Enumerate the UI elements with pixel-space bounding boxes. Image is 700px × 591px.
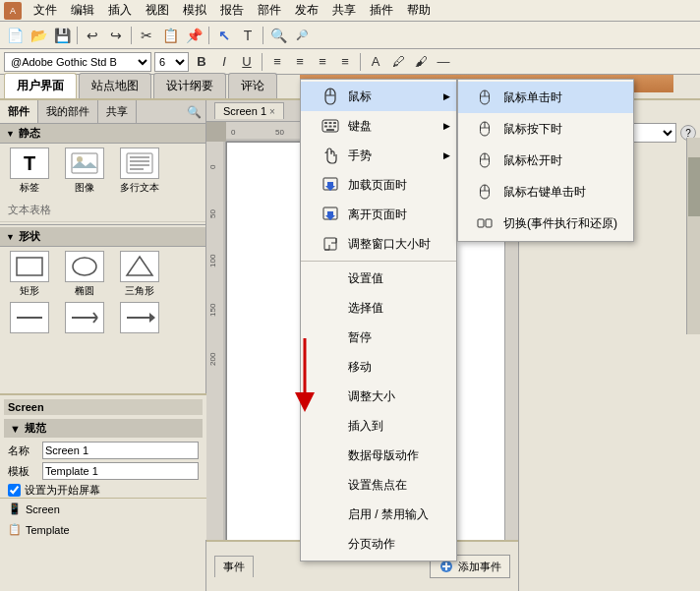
open-btn[interactable]: 📂 xyxy=(28,25,49,46)
widget-image[interactable]: 图像 xyxy=(59,148,110,195)
pause-icon xyxy=(321,327,340,347)
menu-report[interactable]: 报告 xyxy=(214,0,250,21)
ctx-load[interactable]: 加载页面时 xyxy=(301,170,456,200)
template-input[interactable] xyxy=(42,462,199,480)
align-left[interactable]: ≡ xyxy=(267,52,287,72)
sub-rightclick[interactable]: 鼠标右键单击时 xyxy=(458,176,633,207)
comp-tab-my[interactable]: 我的部件 xyxy=(38,100,98,123)
start-screen-checkbox[interactable] xyxy=(8,484,21,497)
new-btn[interactable]: 📄 xyxy=(4,25,26,46)
ctx-move[interactable]: 移动 xyxy=(301,352,456,382)
ctx-insertinto[interactable]: 插入到 xyxy=(301,411,456,441)
zoom-out[interactable]: 🔎 xyxy=(291,25,313,46)
svg-point-8 xyxy=(73,258,96,275)
static-section-header[interactable]: ▼ 静态 xyxy=(0,124,205,144)
menu-simulate[interactable]: 模拟 xyxy=(177,0,212,21)
comp-tab-share[interactable]: 共享 xyxy=(98,100,137,123)
tab-ui[interactable]: 用户界面 xyxy=(4,73,77,98)
tab-comment[interactable]: 评论 xyxy=(228,73,277,98)
menu-view[interactable]: 视图 xyxy=(140,0,175,21)
ctx-resize[interactable]: 调整窗口大小时 xyxy=(301,229,456,259)
font-name-select[interactable]: @Adobe Gothic Std B xyxy=(4,52,151,72)
scrollbar-thumb[interactable] xyxy=(688,157,700,216)
shapes-section-header[interactable]: ▼ 形状 xyxy=(0,227,205,247)
copy-btn[interactable]: 📋 xyxy=(159,25,181,46)
shape-triangle[interactable]: 三角形 xyxy=(114,251,165,298)
ctx-datamaster[interactable]: 数据母版动作 xyxy=(301,441,456,470)
red-arrow-indicator xyxy=(290,338,320,420)
cut-btn[interactable]: ✂ xyxy=(136,25,157,46)
align-right[interactable]: ≡ xyxy=(313,52,332,72)
static-collapse-arrow: ▼ xyxy=(6,129,15,139)
comp-tab-parts[interactable]: 部件 xyxy=(0,100,38,123)
sub-mouseup[interactable]: 鼠标松开时 xyxy=(458,145,633,176)
ctx-enabledisable[interactable]: 启用 / 禁用输入 xyxy=(301,500,456,529)
menu-plugin[interactable]: 插件 xyxy=(364,0,399,21)
ctx-adjustsize[interactable]: 调整大小 xyxy=(301,382,456,411)
menu-file[interactable]: 文件 xyxy=(28,0,63,21)
text-modify-item[interactable]: 文本表格 xyxy=(0,199,205,222)
template-item[interactable]: 📋 Template xyxy=(0,519,206,540)
save-btn[interactable]: 💾 xyxy=(51,25,73,46)
shape-arrow[interactable] xyxy=(114,302,165,335)
ctx-mouse[interactable]: 鼠标 xyxy=(301,82,456,111)
svg-text:0: 0 xyxy=(231,128,236,137)
screen-item[interactable]: 📱 Screen xyxy=(0,499,206,519)
widget-multitext[interactable]: 多行文本 xyxy=(114,148,165,195)
shape-line2[interactable] xyxy=(59,302,110,335)
ctx-pagination[interactable]: 分页动作 xyxy=(301,529,456,559)
menu-parts[interactable]: 部件 xyxy=(252,0,287,21)
undo-btn[interactable]: ↩ xyxy=(82,25,103,46)
menu-share[interactable]: 共享 xyxy=(326,0,362,21)
comp-search[interactable]: 🔍 xyxy=(183,100,205,123)
shape-line[interactable] xyxy=(4,302,55,335)
paste-btn[interactable]: 📌 xyxy=(183,25,204,46)
italic-btn[interactable]: I xyxy=(214,52,234,72)
sub-click[interactable]: 鼠标单击时 xyxy=(458,82,633,113)
canvas-close-btn[interactable]: × xyxy=(269,106,275,117)
ctx-gesture[interactable]: 手势 xyxy=(301,141,456,170)
shape-ellipse[interactable]: 椭圆 xyxy=(59,251,110,298)
left-panel-scrollbar[interactable] xyxy=(686,138,700,334)
highlight-btn[interactable]: 🖊 xyxy=(388,52,408,72)
ctx-pause[interactable]: 暂停 xyxy=(301,323,456,352)
enabledisable-icon xyxy=(321,504,340,524)
events-tab[interactable]: 事件 xyxy=(214,556,254,577)
name-input[interactable] xyxy=(42,442,199,459)
ctx-keyboard[interactable]: 键盘 xyxy=(301,111,456,141)
menu-insert[interactable]: 插入 xyxy=(102,0,138,21)
text-tool[interactable]: T xyxy=(237,25,259,46)
line-btn[interactable]: — xyxy=(434,52,453,72)
align-justify[interactable]: ≡ xyxy=(335,52,355,72)
triangle-label: 三角形 xyxy=(125,284,154,298)
arrow-tool[interactable]: ↖ xyxy=(213,25,235,46)
menu-edit[interactable]: 编辑 xyxy=(65,0,100,21)
redo-btn[interactable]: ↪ xyxy=(105,25,127,46)
sub-toggle[interactable]: 切换(事件执行和还原) xyxy=(458,207,633,239)
ctx-leave[interactable]: 离开页面时 xyxy=(301,200,456,229)
sub-mousedown[interactable]: 鼠标按下时 xyxy=(458,113,633,145)
ctx-selectvalue[interactable]: 选择值 xyxy=(301,293,456,323)
rules-section[interactable]: ▼ 规范 xyxy=(4,419,203,438)
canvas-tab-screen1[interactable]: Screen 1 × xyxy=(214,102,284,119)
font-size-select[interactable]: 6 xyxy=(154,52,189,72)
zoom-in[interactable]: 🔍 xyxy=(267,25,289,46)
ctx-sep1 xyxy=(301,261,456,262)
toolbar-sep3 xyxy=(208,27,209,44)
bold-btn[interactable]: B xyxy=(192,52,211,72)
font-color-btn[interactable]: A xyxy=(366,52,385,72)
tab-sitemap[interactable]: 站点地图 xyxy=(79,73,151,98)
menu-help[interactable]: 帮助 xyxy=(401,0,437,21)
shape-rect[interactable]: 矩形 xyxy=(4,251,55,298)
tab-design[interactable]: 设计纲要 xyxy=(153,73,226,98)
ctx-setvalue[interactable]: 设置值 xyxy=(301,264,456,293)
menu-publish[interactable]: 发布 xyxy=(289,0,324,21)
label-icon: T xyxy=(10,148,49,179)
widget-label[interactable]: T 标签 xyxy=(4,148,55,195)
align-center[interactable]: ≡ xyxy=(290,52,310,72)
underline-btn[interactable]: U xyxy=(237,52,257,72)
ctx-setfocus[interactable]: 设置焦点在 xyxy=(301,470,456,500)
leave-icon xyxy=(321,205,340,224)
canvas-tab-label: Screen 1 xyxy=(223,105,266,117)
brush-btn[interactable]: 🖌 xyxy=(411,52,431,72)
